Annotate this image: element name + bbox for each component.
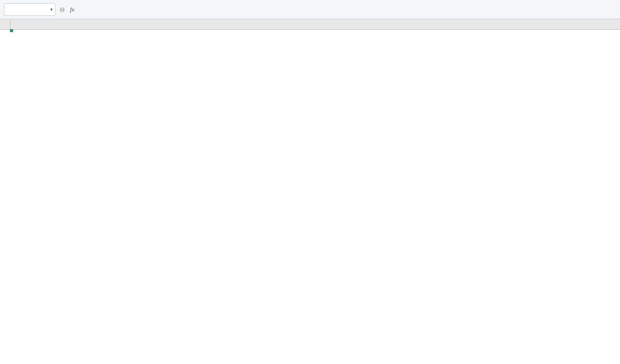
name-box-wrap[interactable]: ▾	[4, 3, 56, 16]
name-box-dropdown-icon[interactable]: ▾	[47, 7, 55, 12]
name-box[interactable]	[4, 5, 47, 14]
formula-area: ⊖ fx	[59, 6, 616, 13]
column-headers[interactable]	[11, 19, 620, 30]
select-all-corner[interactable]	[0, 19, 11, 30]
sheet-area[interactable]	[0, 19, 620, 364]
grid[interactable]	[11, 30, 620, 364]
active-cell-outline	[11, 30, 12, 32]
fill-handle[interactable]	[10, 29, 13, 32]
formula-input[interactable]	[79, 6, 616, 13]
fx-icon[interactable]: fx	[68, 6, 76, 13]
zoom-out-icon[interactable]: ⊖	[59, 6, 65, 13]
formula-bar: ▾ ⊖ fx	[0, 0, 620, 19]
